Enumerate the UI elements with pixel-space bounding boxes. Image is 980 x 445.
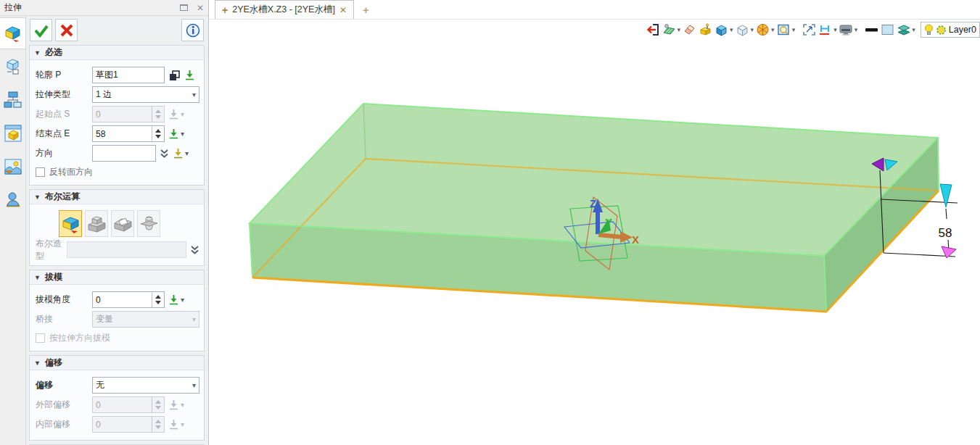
layer-selector[interactable]: Layer0 bbox=[921, 22, 980, 38]
zoom-fit-button[interactable] bbox=[802, 22, 817, 38]
section-boolean-header[interactable]: ▼ 布尔运算 bbox=[30, 190, 204, 204]
bridge-row: 桥接 变量 ▾ bbox=[36, 311, 199, 328]
display-mode-button[interactable] bbox=[839, 22, 854, 38]
dropdown-caret[interactable]: ▾ bbox=[855, 26, 858, 33]
apply-arrow-icon[interactable] bbox=[168, 128, 179, 140]
eraser-button[interactable] bbox=[682, 22, 697, 38]
draft-by-direction-row: 按拉伸方向拔模 bbox=[36, 331, 199, 345]
info-button[interactable] bbox=[181, 19, 204, 41]
direction-label: 方向 bbox=[36, 147, 92, 159]
draft-angle-row: 拔模角度 ▾ bbox=[36, 291, 199, 308]
section-required-label: 必选 bbox=[45, 46, 62, 59]
rail-item-datum[interactable] bbox=[0, 51, 26, 83]
axis-x-label: X bbox=[632, 233, 639, 246]
apply-arrow-icon[interactable] bbox=[168, 294, 179, 306]
boolean-base-button[interactable] bbox=[59, 210, 82, 237]
inner-offset-row: 内部偏移 ▾ bbox=[36, 416, 199, 433]
dropdown-caret[interactable]: ▾ bbox=[792, 26, 796, 33]
end-point-stepper[interactable] bbox=[152, 126, 164, 141]
chevron-down-icon[interactable]: ▾ bbox=[185, 149, 189, 157]
direction-input[interactable] bbox=[93, 146, 155, 161]
end-drag-handle[interactable] bbox=[940, 184, 952, 207]
apply-arrow-icon[interactable] bbox=[184, 70, 195, 81]
boolean-shape-input bbox=[67, 242, 186, 257]
apply-arrow-alt-icon[interactable] bbox=[173, 148, 184, 159]
boolean-remove-button[interactable] bbox=[111, 210, 134, 237]
chevron-down-icon: ▾ bbox=[181, 420, 184, 428]
section-offset-header[interactable]: ▼ 偏移 bbox=[30, 356, 204, 370]
datum-plane-button[interactable] bbox=[662, 22, 677, 38]
eraser-icon bbox=[683, 23, 696, 36]
end-point-input[interactable] bbox=[93, 126, 152, 141]
layer-color-icon bbox=[936, 25, 947, 36]
end-point-label: 结束点 E bbox=[36, 128, 92, 140]
section-wheel-icon bbox=[756, 23, 770, 36]
wireframe-cube-node-icon bbox=[4, 57, 22, 76]
wireframe-view-button[interactable] bbox=[735, 22, 750, 38]
extrude-dimension-value[interactable]: 58 bbox=[939, 226, 952, 240]
dropdown-caret[interactable]: ▾ bbox=[771, 26, 775, 33]
collapse-triangle-icon: ▼ bbox=[34, 359, 41, 367]
rail-item-render[interactable] bbox=[0, 151, 26, 183]
panel-close-icon[interactable]: ✕ bbox=[197, 3, 204, 13]
chevron-down-icon[interactable]: ▾ bbox=[181, 296, 184, 304]
offset-dropdown[interactable]: 无 ▾ bbox=[92, 377, 199, 394]
rail-item-user[interactable] bbox=[0, 184, 26, 216]
dropdown-caret[interactable]: ▾ bbox=[833, 26, 837, 33]
dimension-style-button[interactable] bbox=[818, 22, 833, 38]
apply-arrow-disabled-icon bbox=[168, 399, 179, 411]
tab-close-icon[interactable]: ✕ bbox=[339, 5, 347, 15]
anchor-box-button[interactable] bbox=[698, 22, 713, 38]
dropdown-caret[interactable]: ▾ bbox=[751, 26, 754, 33]
expand-chevrons-icon[interactable] bbox=[190, 245, 199, 255]
profile-input[interactable] bbox=[93, 67, 164, 83]
dropdown-caret[interactable]: ▾ bbox=[912, 26, 915, 33]
rail-item-history[interactable] bbox=[0, 84, 26, 116]
section-view-button[interactable] bbox=[755, 22, 770, 38]
chevron-down-icon[interactable]: ▾ bbox=[181, 130, 184, 138]
bridge-dropdown: 变量 ▾ bbox=[92, 311, 199, 328]
monitor-icon bbox=[839, 23, 853, 36]
start-point-row: 起始点 S ▾ bbox=[36, 106, 199, 122]
entity-color-button[interactable] bbox=[880, 22, 895, 38]
boolean-add-button[interactable] bbox=[85, 210, 108, 237]
section-required: ▼ 必选 轮廓 P bbox=[29, 45, 205, 186]
zoom-window-button[interactable] bbox=[776, 22, 791, 38]
rail-item-shape-browser[interactable] bbox=[0, 117, 26, 149]
graphics-viewport[interactable]: Z Y X 58 bbox=[210, 40, 980, 445]
dimension-icon bbox=[818, 23, 832, 36]
dropdown-caret[interactable]: ▾ bbox=[730, 26, 733, 33]
ok-button[interactable] bbox=[30, 19, 52, 41]
draft-angle-stepper[interactable] bbox=[152, 292, 164, 307]
section-required-header[interactable]: ▼ 必选 bbox=[30, 46, 204, 60]
draft-angle-input[interactable] bbox=[93, 292, 152, 307]
section-draft: ▼ 拔模 拔模角度 ▾ bbox=[29, 270, 205, 352]
layer-manager-button[interactable] bbox=[896, 22, 911, 38]
exit-door-icon bbox=[646, 23, 660, 36]
panel-restore-icon[interactable] bbox=[180, 4, 188, 11]
dialog-content: ▼ 必选 轮廓 P bbox=[26, 16, 208, 445]
line-width-button[interactable] bbox=[864, 22, 879, 38]
chevron-down-icon: ▾ bbox=[189, 91, 196, 99]
dropdown-caret[interactable]: ▾ bbox=[678, 26, 681, 33]
expand-chevrons-icon[interactable] bbox=[160, 149, 169, 159]
panel-titlebar: 拉伸 ✕ bbox=[0, 0, 208, 16]
document-tab[interactable]: + 2YE水槽X.Z3 - [2YE水槽] ✕ bbox=[215, 0, 354, 19]
extrude-type-label: 拉伸类型 bbox=[36, 88, 92, 101]
exit-sketch-button[interactable] bbox=[646, 22, 661, 38]
boolean-intersect-button[interactable] bbox=[137, 210, 160, 237]
boolean-intersect-icon bbox=[139, 215, 159, 233]
bridge-label: 桥接 bbox=[36, 313, 92, 325]
new-tab-button[interactable]: + bbox=[363, 4, 369, 19]
shaded-view-button[interactable] bbox=[714, 22, 729, 38]
cancel-button[interactable] bbox=[55, 19, 78, 41]
line-width-swatch bbox=[865, 23, 878, 36]
rail-item-extrude[interactable] bbox=[0, 17, 26, 49]
extrude-type-dropdown[interactable]: 1 边 ▾ bbox=[92, 86, 199, 103]
section-draft-header[interactable]: ▼ 拔模 bbox=[30, 270, 204, 285]
x-icon bbox=[59, 23, 74, 38]
copy-selection-icon[interactable] bbox=[168, 70, 181, 81]
profile-label: 轮廓 P bbox=[36, 69, 92, 81]
reverse-face-label: 反转面方向 bbox=[49, 166, 93, 178]
reverse-face-checkbox[interactable] bbox=[36, 167, 45, 177]
